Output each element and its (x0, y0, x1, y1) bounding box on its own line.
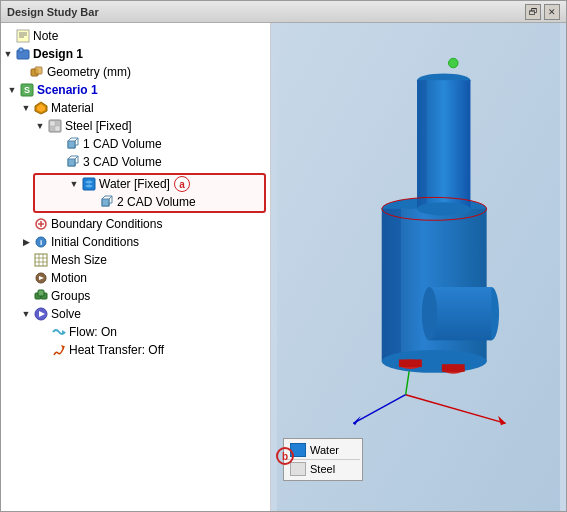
tree-item-boundary[interactable]: Boundary Conditions (1, 215, 270, 233)
tree-item-cad2[interactable]: 2 CAD Volume (67, 193, 264, 211)
tree-item-cad3[interactable]: 3 CAD Volume (1, 153, 270, 171)
foot-left-body (399, 359, 422, 367)
viewport-3d: Water Steel b (271, 23, 566, 511)
tree-item-motion[interactable]: Motion (1, 269, 270, 287)
svg-rect-13 (50, 121, 55, 126)
svg-rect-5 (19, 48, 23, 52)
water-expand[interactable]: ▼ (67, 177, 81, 191)
tree-item-heat[interactable]: Heat Transfer: Off (1, 341, 270, 359)
steel-legend-label: Steel (310, 463, 335, 475)
scenario1-expand[interactable]: ▼ (5, 83, 19, 97)
steel-expand[interactable]: ▼ (33, 119, 47, 133)
svg-rect-25 (83, 178, 95, 190)
tree-area: Note ▼ Design 1 (1, 23, 270, 511)
label-b-text: b (282, 451, 288, 462)
cad2-label: 2 CAD Volume (117, 195, 196, 209)
water-legend-label: Water (310, 444, 339, 456)
svg-rect-26 (102, 199, 109, 206)
tree-item-steel-fixed[interactable]: ▼ Steel [Fixed] (1, 117, 270, 135)
top-green-dot (449, 58, 459, 68)
water-fixed-label: Water [Fixed] (99, 177, 170, 191)
flow-icon (51, 324, 67, 340)
geometry-icon (29, 64, 45, 80)
main-content: Note ▼ Design 1 (1, 23, 566, 511)
title-bar-controls: 🗗 ✕ (525, 4, 560, 20)
tree-item-geometry[interactable]: Geometry (mm) (1, 63, 270, 81)
svg-rect-15 (68, 141, 75, 148)
svg-rect-36 (35, 254, 47, 266)
svg-rect-14 (55, 126, 60, 131)
steel-icon (47, 118, 63, 134)
material-label: Material (51, 101, 94, 115)
arm-left-cap (422, 287, 437, 340)
top-cyl-shade (417, 80, 427, 209)
restore-button[interactable]: 🗗 (525, 4, 541, 20)
design1-label: Design 1 (33, 47, 83, 61)
solve-label: Solve (51, 307, 81, 321)
tree-item-mesh[interactable]: Mesh Size (1, 251, 270, 269)
flow-label: Flow: On (69, 325, 117, 339)
legend-item-water: Water (284, 441, 362, 459)
cad3-label: 3 CAD Volume (83, 155, 162, 169)
groups-icon (33, 288, 49, 304)
heat-icon (51, 342, 67, 358)
material-icon (33, 100, 49, 116)
cad1-label: 1 CAD Volume (83, 137, 162, 151)
svg-rect-20 (68, 159, 75, 166)
material-expand[interactable]: ▼ (19, 101, 33, 115)
tree-item-solve[interactable]: ▼ Solve (1, 305, 270, 323)
label-a: a (174, 176, 190, 192)
tree-item-cad1[interactable]: 1 CAD Volume (1, 135, 270, 153)
scenario1-icon: S (19, 82, 35, 98)
foot-right-body (442, 364, 465, 372)
geometry-label: Geometry (mm) (47, 65, 131, 79)
initial-label: Initial Conditions (51, 235, 139, 249)
mesh-icon (33, 252, 49, 268)
tree-item-note[interactable]: Note (1, 27, 270, 45)
close-button[interactable]: ✕ (544, 4, 560, 20)
boundary-label: Boundary Conditions (51, 217, 162, 231)
note-icon (15, 28, 31, 44)
design1-icon (15, 46, 31, 62)
boundary-icon (33, 216, 49, 232)
initial-expand[interactable]: ▶ (19, 235, 33, 249)
label-b-circle: b (276, 447, 294, 465)
cad1-icon (65, 136, 81, 152)
title-bar: Design Study Bar 🗗 ✕ (1, 1, 566, 23)
motion-label: Motion (51, 271, 87, 285)
legend-item-steel: Steel (284, 460, 362, 478)
svg-rect-7 (35, 67, 42, 74)
tree-item-flow[interactable]: Flow: On (1, 323, 270, 341)
svg-rect-0 (17, 30, 29, 42)
cad3-icon (65, 154, 81, 170)
tree-item-initial[interactable]: ▶ i Initial Conditions (1, 233, 270, 251)
right-panel: Water Steel b (271, 23, 566, 511)
solve-expand[interactable]: ▼ (19, 307, 33, 321)
note-label: Note (33, 29, 58, 43)
steel-swatch (290, 462, 306, 476)
top-cyl-bottom (417, 202, 470, 215)
svg-text:S: S (24, 85, 30, 95)
tree-item-material[interactable]: ▼ Material (1, 99, 270, 117)
motion-icon (33, 270, 49, 286)
legend-box: Water Steel (283, 438, 363, 481)
title-bar-text: Design Study Bar (7, 6, 99, 18)
tree-item-design1[interactable]: ▼ Design 1 (1, 45, 270, 63)
steel-fixed-label: Steel [Fixed] (65, 119, 132, 133)
design1-expand[interactable]: ▼ (1, 47, 15, 61)
main-window: Design Study Bar 🗗 ✕ (0, 0, 567, 512)
water-highlight-group: ▼ Water [Fixed] a (33, 173, 266, 213)
mesh-label: Mesh Size (51, 253, 107, 267)
water-icon (81, 176, 97, 192)
solve-icon (33, 306, 49, 322)
left-panel: Note ▼ Design 1 (1, 23, 271, 511)
body-bottom-ellipse (382, 350, 487, 373)
cad2-icon (99, 194, 115, 210)
arm-body (429, 287, 491, 340)
scenario1-label: Scenario 1 (37, 83, 98, 97)
tree-item-groups[interactable]: Groups (1, 287, 270, 305)
tree-item-scenario1[interactable]: ▼ S Scenario 1 (1, 81, 270, 99)
body-left-shade (382, 209, 401, 362)
tree-item-water-fixed[interactable]: ▼ Water [Fixed] a (67, 175, 264, 193)
groups-label: Groups (51, 289, 90, 303)
